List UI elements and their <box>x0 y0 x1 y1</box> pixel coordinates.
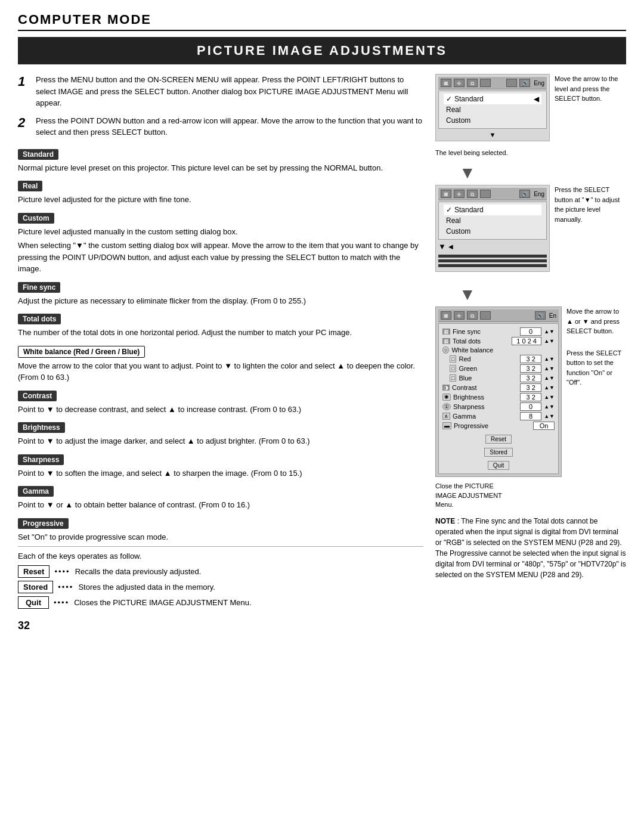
finesync-text: Adjust the picture as necessary to elimi… <box>18 295 423 307</box>
adj-grid-icon: ▦ <box>441 311 451 320</box>
left-column: 1 Press the MENU button and the ON-SCREE… <box>18 74 423 632</box>
adj-wb-icon: ○ <box>442 346 449 354</box>
panel2-down-arrow: ▼ <box>438 242 446 251</box>
step-1: 1 Press the MENU button and the ON-SCREE… <box>18 74 423 109</box>
finesync-section: Fine sync Adjust the picture as necessar… <box>18 277 423 307</box>
adj-finesync-icon: ▦ <box>442 329 450 335</box>
panel1-menu: ✓ Standard ◀ Real Custom <box>438 91 547 129</box>
adj-move-icon: ✛ <box>454 311 465 320</box>
select-arrow-icon: ◀ <box>534 95 539 103</box>
adj-brightness-arrows: ▲▼ <box>544 394 555 400</box>
panel2-menu-real: Real <box>444 215 541 226</box>
totaldots-label: Total dots <box>18 314 61 324</box>
note-block: NOTE : The Fine sync and the Total dots … <box>435 516 626 580</box>
adj-gamma-row: ∧ Gamma 8 ▲▼ <box>442 412 555 420</box>
brightness-text: Point to ▼ to adjust the image darker, a… <box>18 435 423 447</box>
each-key-text: Each of the keys operates as follow. <box>18 550 423 562</box>
quit-button-label: Quit <box>18 596 49 609</box>
mode-title: COMPUTER MODE <box>18 12 626 31</box>
step-1-text: Press the MENU button and the ON-SCREEN … <box>36 74 423 109</box>
stored-desc: Stores the adjusted data in the memory. <box>78 583 215 592</box>
real-section: Real Picture level adjusted for the pict… <box>18 176 423 206</box>
step-1-number: 1 <box>18 74 31 109</box>
adj-finesync-label: Fine sync <box>453 328 518 335</box>
totaldots-section: Total dots The number of the total dots … <box>18 309 423 339</box>
adj-finesync-arrows: ▲▼ <box>544 329 555 335</box>
adj-red-label: Red <box>459 355 518 363</box>
quit-key-row: Quit •••• Closes the PICTURE IMAGE ADJUS… <box>18 596 423 609</box>
toolbar-copy-icon: ⧉ <box>467 79 478 87</box>
standard-section: Standard Normal picture level preset on … <box>18 144 423 174</box>
step-2-number: 2 <box>18 115 31 138</box>
adj-reset-button[interactable]: Reset <box>485 435 512 444</box>
panel2-speaker-icon: 🔊 <box>519 190 530 198</box>
panel2-toolbar: ▦ ✛ ⧉ 🔊 Eng <box>438 188 547 200</box>
reset-button-label: Reset <box>18 565 49 578</box>
panel3-right-captions: Move the arrow to ▲ or ▼ and press SELEC… <box>566 306 626 509</box>
custom-section: Custom Picture level adjusted manually i… <box>18 208 423 238</box>
adj-totaldots-value: 1 0 2 4 <box>512 337 541 345</box>
adj-red-row: □ Red 3 2 ▲▼ <box>442 355 555 363</box>
panel2-grid-icon: ▦ <box>441 190 451 198</box>
reset-desc: Recalls the data previously adjusted. <box>75 567 202 576</box>
adj-progressive-icon: ▬ <box>442 422 451 429</box>
panel2-wrapper: ▦ ✛ ⧉ 🔊 Eng ✓ Standard <box>435 185 550 279</box>
adj-toolbar: ▦ ✛ ⧉ 🔊 En <box>438 309 559 322</box>
adj-gamma-value: 8 <box>520 412 541 420</box>
adj-buttons: Reset Stored Quit <box>442 433 555 471</box>
adj-brightness-icon: ✺ <box>442 394 451 401</box>
panel2-menu-custom: Custom <box>444 226 541 237</box>
panel1-toolbar: ▦ ✛ ⧉ 🔊 Eng <box>438 77 547 89</box>
adj-menu: ▦ Fine sync 0 ▲▼ ▦ Total dots 1 0 2 4 ▲▼ <box>438 323 559 474</box>
down-arrow-large-2: ▼ <box>459 285 626 304</box>
adj-quit-button[interactable]: Quit <box>488 461 509 470</box>
adj-stored-button[interactable]: Stored <box>484 448 512 457</box>
gamma-label: Gamma <box>18 486 54 497</box>
note-text: : The Fine sync and the Total dots canno… <box>435 517 626 579</box>
toolbar-lang: Eng <box>534 80 544 86</box>
panel1-down-arrow: ▼ <box>438 131 547 138</box>
menu-standard: ✓ Standard ◀ <box>444 94 541 104</box>
toolbar-move-icon: ✛ <box>454 79 465 87</box>
panel2-lang: Eng <box>534 191 544 197</box>
panel1: ▦ ✛ ⧉ 🔊 Eng ✓ Standard ◀ <box>435 74 550 141</box>
progressive-label: Progressive <box>18 518 69 529</box>
panel1-wrapper: ▦ ✛ ⧉ 🔊 Eng ✓ Standard ◀ <box>435 74 550 157</box>
adj-contrast-arrows: ▲▼ <box>544 385 555 391</box>
real-text: Picture level adjusted for the picture w… <box>18 194 423 206</box>
select-caption: Press the SELECT button to set the funct… <box>566 348 626 388</box>
adj-green-label: Green <box>459 365 518 372</box>
note-label: NOTE <box>435 517 455 525</box>
adj-totaldots-label: Total dots <box>453 337 509 345</box>
adj-brightness-label: Brightness <box>453 394 518 401</box>
reset-key-row: Reset •••• Recalls the data previously a… <box>18 565 423 578</box>
adj-sharpness-arrows: ▲▼ <box>544 404 555 410</box>
adj-brightness-row: ✺ Brightness 3 2 ▲▼ <box>442 393 555 401</box>
slider-bars <box>438 255 547 267</box>
panel2-blank1-icon <box>480 190 491 198</box>
adj-green-row: □ Green 3 2 ▲▼ <box>442 364 555 373</box>
panel1-bottom-caption: The level being selected. <box>435 148 550 157</box>
page-number: 32 <box>18 620 423 632</box>
section-title: PICTURE IMAGE ADJUSTMENTS <box>18 37 626 64</box>
gamma-section: Gamma Point to ▼ or ▲ to obtain better b… <box>18 481 423 511</box>
toolbar-blank2-icon <box>506 79 517 87</box>
finesync-label: Fine sync <box>18 282 60 293</box>
adj-sharpness-row: ① Sharpness 0 ▲▼ <box>442 402 555 411</box>
panel2-select-arrow: ◀ <box>448 243 453 250</box>
adj-contrast-icon: ◑ <box>442 385 450 391</box>
adj-green-arrows: ▲▼ <box>544 366 555 371</box>
step-2: 2 Press the POINT DOWN button and a red-… <box>18 115 423 138</box>
panel2-down-row: ▼ ◀ <box>438 242 547 251</box>
menu-real: Real <box>444 104 541 115</box>
panel3-captions: Close the PICTURE IMAGE ADJUSTMENT Menu. <box>435 482 562 509</box>
standard-text: Normal picture level preset on this proj… <box>18 162 423 174</box>
adj-blue-arrows: ▲▼ <box>544 375 555 381</box>
gamma-text: Point to ▼ or ▲ to obtain better balance… <box>18 499 423 511</box>
adj-lang: En <box>549 312 556 319</box>
adj-finesync-value: 0 <box>520 327 541 336</box>
adj-green-icon: □ <box>450 365 456 372</box>
progressive-section: Progressive Set "On" to provide progress… <box>18 513 423 543</box>
down-arrow-large: ▼ <box>459 163 626 182</box>
adj-panel: ▦ ✛ ⧉ 🔊 En ▦ Fine sync 0 <box>435 306 562 477</box>
